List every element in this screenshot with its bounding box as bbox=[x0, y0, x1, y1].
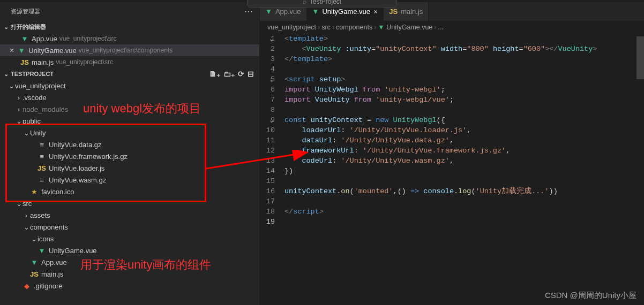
item-name: UnityGame.vue bbox=[49, 247, 97, 255]
chevron-down-icon: ⌄ bbox=[2, 71, 10, 78]
file-name: main.js bbox=[32, 58, 54, 66]
tree-folder[interactable]: ⌄public bbox=[0, 115, 259, 127]
item-name: public bbox=[23, 117, 41, 125]
chevron-icon: ⌄ bbox=[23, 129, 30, 137]
tree-file[interactable]: ◆.gitignore bbox=[0, 280, 259, 292]
tree-folder[interactable]: ⌄Unity bbox=[0, 127, 259, 139]
scroll-thumb[interactable] bbox=[636, 36, 644, 79]
breadcrumb-item[interactable]: src bbox=[321, 24, 331, 31]
code-editor[interactable]: 12345678910111213141516171819 <template>… bbox=[260, 34, 644, 305]
vue-icon: ▼ bbox=[17, 46, 26, 55]
annotation-text-top: unity webgl发布的项目 bbox=[83, 101, 201, 117]
star-icon: ★ bbox=[30, 187, 39, 196]
chevron-icon: ⌄ bbox=[8, 82, 15, 90]
open-editor-item[interactable]: JSmain.jsvue_unityproject\src bbox=[0, 56, 259, 68]
file-icon: ≡ bbox=[38, 140, 46, 149]
chevron-icon: › bbox=[15, 94, 23, 102]
vue-icon: ▼ bbox=[312, 7, 319, 16]
item-name: .gitignore bbox=[34, 282, 62, 290]
item-name: main.js bbox=[41, 270, 63, 278]
item-name: node_modules bbox=[23, 105, 68, 113]
item-name: UnityVue.loader.js bbox=[49, 164, 104, 172]
item-name: .vscode bbox=[23, 94, 47, 102]
js-icon: JS bbox=[30, 270, 39, 278]
tree-file[interactable]: ≡UnityVue.wasm.gz bbox=[0, 174, 259, 186]
chevron-icon: ⌄ bbox=[23, 223, 30, 231]
item-name: favicon.ico bbox=[41, 188, 74, 196]
breadcrumb[interactable]: vue_unityproject›src›components›▼ UnityG… bbox=[260, 21, 644, 34]
tab-label: main.js bbox=[401, 7, 423, 16]
vue-icon: ▼ bbox=[265, 7, 272, 16]
close-icon[interactable]: × bbox=[10, 46, 14, 55]
item-name: UnityVue.wasm.gz bbox=[49, 176, 106, 184]
item-name: components bbox=[30, 223, 68, 231]
breadcrumb-separator: › bbox=[332, 24, 334, 31]
tree-folder[interactable]: ⌄src bbox=[0, 197, 259, 209]
js-icon: JS bbox=[20, 58, 29, 66]
breadcrumb-separator: › bbox=[318, 24, 320, 31]
item-name: App.vue bbox=[41, 258, 67, 266]
open-editors-section[interactable]: ⌄ 打开的编辑器 bbox=[0, 21, 259, 33]
breadcrumb-item[interactable]: ... bbox=[438, 24, 444, 31]
breadcrumb-item[interactable]: ▼ UnityGame.vue bbox=[378, 24, 432, 31]
js-icon: JS bbox=[38, 164, 46, 172]
watermark: CSDN @周周的Unity小屋 bbox=[545, 291, 636, 301]
item-name: UnityVue.framework.js.gz bbox=[49, 152, 128, 161]
tree-file[interactable]: JSUnityVue.loader.js bbox=[0, 162, 259, 174]
file-name: UnityGame.vue bbox=[28, 47, 77, 55]
chevron-icon: ⌄ bbox=[15, 117, 23, 125]
tree-folder[interactable]: ⌄components bbox=[0, 221, 259, 233]
refresh-icon[interactable]: ⟳ bbox=[238, 70, 244, 78]
breadcrumb-separator: › bbox=[434, 24, 436, 31]
chevron-icon bbox=[15, 282, 23, 290]
project-label: TESTPROJECT bbox=[11, 71, 54, 77]
git-icon: ◆ bbox=[23, 281, 31, 290]
chevron-icon bbox=[23, 258, 30, 266]
chevron-down-icon: ⌄ bbox=[2, 24, 10, 30]
new-folder-icon[interactable]: 🗀₊ bbox=[223, 70, 235, 78]
command-center[interactable]: ⌕ TestProject bbox=[247, 0, 397, 7]
chevron-icon: › bbox=[15, 105, 23, 113]
file-icon: ≡ bbox=[38, 152, 46, 161]
item-name: src bbox=[23, 200, 32, 208]
chevron-icon: › bbox=[23, 211, 30, 219]
open-editor-item[interactable]: ×▼UnityGame.vuevue_unityproject\src\comp… bbox=[0, 44, 259, 56]
tree-file[interactable]: ▼UnityGame.vue bbox=[0, 245, 259, 256]
more-actions-icon[interactable]: ⋯ bbox=[244, 6, 253, 17]
project-section[interactable]: ⌄ TESTPROJECT 🗎₊ 🗀₊ ⟳ ⊟ bbox=[0, 68, 259, 80]
js-icon: JS bbox=[389, 7, 398, 16]
tab-label: UnityGame.vue bbox=[322, 7, 370, 16]
breadcrumb-item[interactable]: vue_unityproject bbox=[267, 24, 316, 31]
item-name: vue_unityproject bbox=[15, 82, 66, 90]
explorer-header: 资源管理器 ⋯ bbox=[0, 2, 259, 21]
tree-file[interactable]: ≡UnityVue.framework.js.gz bbox=[0, 150, 259, 162]
vue-icon: ▼ bbox=[20, 34, 29, 43]
open-editor-item[interactable]: ▼App.vuevue_unityproject\src bbox=[0, 33, 259, 44]
tree-folder[interactable]: ⌄icons bbox=[0, 233, 259, 245]
chevron-icon bbox=[30, 152, 38, 161]
tree-file[interactable]: ≡UnityVue.data.gz bbox=[0, 139, 259, 150]
vue-icon: ▼ bbox=[38, 246, 46, 255]
search-icon: ⌕ bbox=[303, 0, 306, 5]
breadcrumb-item[interactable]: components bbox=[336, 24, 372, 31]
file-path: vue_unityproject\src\components bbox=[79, 47, 173, 54]
chevron-icon bbox=[30, 176, 38, 184]
code-content[interactable]: <template> <VueUnity :unity="unityContex… bbox=[284, 34, 644, 305]
new-file-icon[interactable]: 🗎₊ bbox=[209, 70, 220, 78]
vue-icon: ▼ bbox=[30, 258, 39, 266]
scrollbar[interactable] bbox=[636, 32, 644, 289]
tree-folder[interactable]: ›assets bbox=[0, 209, 259, 221]
collapse-icon[interactable]: ⊟ bbox=[248, 70, 254, 78]
tab-label: App.vue bbox=[275, 7, 301, 16]
file-path: vue_unityproject\src bbox=[59, 35, 117, 42]
breadcrumb-separator: › bbox=[374, 24, 376, 31]
tree-folder[interactable]: ⌄vue_unityproject bbox=[0, 80, 259, 92]
close-icon[interactable]: × bbox=[373, 7, 378, 16]
chevron-icon: ⌄ bbox=[30, 235, 38, 243]
file-path: vue_unityproject\src bbox=[56, 58, 113, 66]
chevron-icon: ⌄ bbox=[15, 200, 23, 208]
chevron-icon bbox=[30, 247, 38, 255]
chevron-icon bbox=[30, 141, 38, 149]
file-name: App.vue bbox=[32, 35, 57, 43]
tree-file[interactable]: ★favicon.ico bbox=[0, 186, 259, 197]
